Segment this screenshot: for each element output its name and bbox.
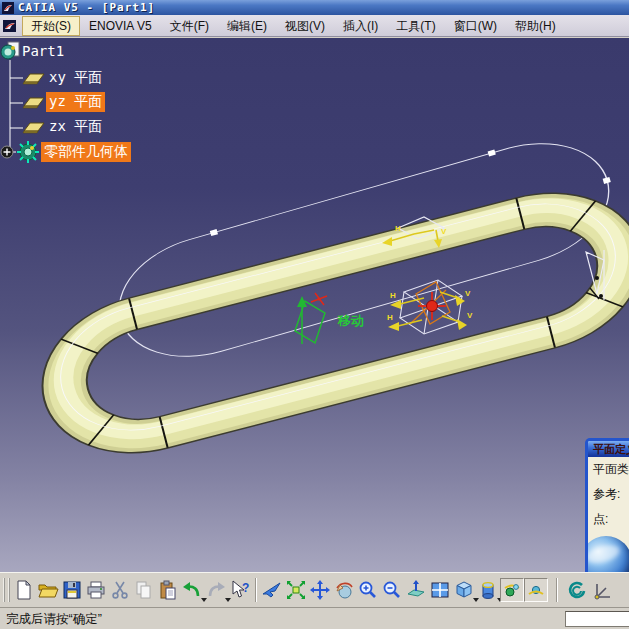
compass-v-label: V — [465, 289, 471, 298]
toolbar-separator — [255, 578, 257, 602]
menu-tools[interactable]: 工具(T) — [387, 16, 444, 36]
catia-window: CATIA V5 - [Part1] 开始(S) ENOVIA V5 文件(F)… — [0, 0, 629, 629]
plane-definition-dialog[interactable]: 平面定义 平面类型: 参考: 点: — [585, 438, 629, 572]
isometric-view-button[interactable] — [452, 578, 476, 602]
axis-system-button[interactable] — [591, 578, 615, 602]
menu-edit[interactable]: 编辑(E) — [218, 16, 276, 36]
save-floppy-icon — [61, 579, 83, 601]
menu-insert[interactable]: 插入(I) — [334, 16, 387, 36]
open-button[interactable] — [36, 578, 60, 602]
3d-viewport[interactable]: H V 移动 — [0, 38, 629, 572]
hide-show-icon — [502, 580, 522, 600]
redo-button[interactable] — [204, 578, 228, 602]
pan-icon — [309, 579, 331, 601]
multi-view-button[interactable] — [428, 578, 452, 602]
tree-item-yz-plane[interactable]: yz 平面 — [22, 92, 105, 112]
tree-item-xy-plane[interactable]: xy 平面 — [22, 68, 105, 88]
zoom-in-button[interactable] — [356, 578, 380, 602]
pan-button[interactable] — [308, 578, 332, 602]
tree-item-partbody[interactable]: 零部件几何体 — [0, 139, 131, 165]
airplane-icon — [261, 579, 283, 601]
menu-help[interactable]: 帮助(H) — [506, 16, 565, 36]
title-bar[interactable]: CATIA V5 - [Part1] — [0, 0, 629, 15]
normal-view-icon — [405, 579, 427, 601]
menu-view[interactable]: 视图(V) — [276, 16, 334, 36]
swap-visible-space-button[interactable] — [524, 578, 548, 602]
plane-icon — [22, 93, 46, 111]
catalog-button[interactable] — [565, 578, 589, 602]
render-style-button[interactable] — [476, 578, 500, 602]
cube-icon — [453, 579, 475, 601]
svg-text:?: ? — [242, 581, 249, 595]
part-icon — [0, 40, 22, 62]
cylinder-icon — [477, 579, 499, 601]
sketch-point-marker[interactable] — [603, 177, 611, 184]
tree-item-label[interactable]: yz 平面 — [46, 92, 105, 112]
rotate-button[interactable] — [332, 578, 356, 602]
zoom-out-button[interactable] — [380, 578, 404, 602]
new-document-icon — [13, 579, 35, 601]
menu-bar: 开始(S) ENOVIA V5 文件(F) 编辑(E) 视图(V) 插入(I) … — [0, 15, 629, 37]
zoom-in-icon — [357, 579, 379, 601]
compass-center-dot[interactable] — [427, 301, 438, 312]
undo-button[interactable] — [180, 578, 204, 602]
toolbar-separator — [556, 578, 558, 602]
compass-h-label: H — [390, 291, 396, 300]
fit-all-icon — [285, 579, 307, 601]
swirl-icon — [566, 579, 588, 601]
command-input[interactable] — [565, 611, 629, 627]
dialog-field-plane-type: 平面类型: — [588, 457, 629, 482]
axis-v-label: V — [441, 227, 447, 236]
compass-manipulator[interactable]: H H V V — [387, 280, 473, 334]
print-button[interactable] — [84, 578, 108, 602]
swap-visible-space-icon — [526, 580, 546, 600]
menu-start[interactable]: 开始(S) — [22, 16, 80, 36]
document-window-icon — [3, 19, 17, 33]
menu-window[interactable]: 窗口(W) — [445, 16, 506, 36]
zoom-out-icon — [381, 579, 403, 601]
compass-v-label-2: V — [467, 311, 473, 320]
menu-enovia[interactable]: ENOVIA V5 — [80, 16, 161, 36]
move-plane-manipulator[interactable] — [295, 293, 327, 344]
window-title: CATIA V5 - [Part1] — [18, 1, 155, 14]
help-cursor-icon: ? — [229, 579, 251, 601]
cut-scissors-icon — [109, 579, 131, 601]
expand-icon[interactable] — [0, 139, 15, 165]
paste-button[interactable] — [156, 578, 180, 602]
catia-logo-icon — [2, 2, 14, 14]
axis-system-icon — [592, 579, 614, 601]
globe-graphic — [585, 536, 629, 572]
open-folder-icon — [37, 579, 59, 601]
cut-button[interactable] — [108, 578, 132, 602]
axis-h-label: H — [395, 224, 401, 233]
context-help-button[interactable]: ? — [228, 578, 252, 602]
print-icon — [85, 579, 107, 601]
tree-item-label[interactable]: zx 平面 — [46, 117, 105, 137]
multi-view-icon — [429, 579, 451, 601]
sketch-point-marker[interactable] — [210, 229, 218, 236]
menu-file[interactable]: 文件(F) — [161, 16, 218, 36]
fly-mode-button[interactable] — [260, 578, 284, 602]
sketch-point-marker[interactable] — [488, 149, 496, 156]
status-bar: 完成后请按“确定” — [0, 607, 629, 629]
dialog-title[interactable]: 平面定义 — [588, 441, 629, 457]
dialog-field-point: 点: — [588, 507, 629, 532]
plane-icon — [22, 69, 46, 87]
paste-clipboard-icon — [157, 579, 179, 601]
tree-item-label[interactable]: xy 平面 — [46, 68, 105, 88]
save-button[interactable] — [60, 578, 84, 602]
new-document-button[interactable] — [12, 578, 36, 602]
fit-all-button[interactable] — [284, 578, 308, 602]
tree-item-zx-plane[interactable]: zx 平面 — [22, 117, 105, 137]
dialog-field-reference: 参考: — [588, 482, 629, 507]
tree-root-label[interactable]: Part1 — [22, 43, 64, 59]
tree-item-label[interactable]: 零部件几何体 — [41, 142, 131, 162]
plane-icon — [22, 118, 46, 136]
toolbar-grip[interactable] — [3, 578, 10, 602]
status-message: 完成后请按“确定” — [6, 611, 102, 628]
normal-view-button[interactable] — [404, 578, 428, 602]
rotate-icon — [333, 579, 355, 601]
copy-button[interactable] — [132, 578, 156, 602]
hide-show-button[interactable] — [500, 578, 524, 602]
tree-root[interactable]: Part1 — [0, 40, 64, 62]
